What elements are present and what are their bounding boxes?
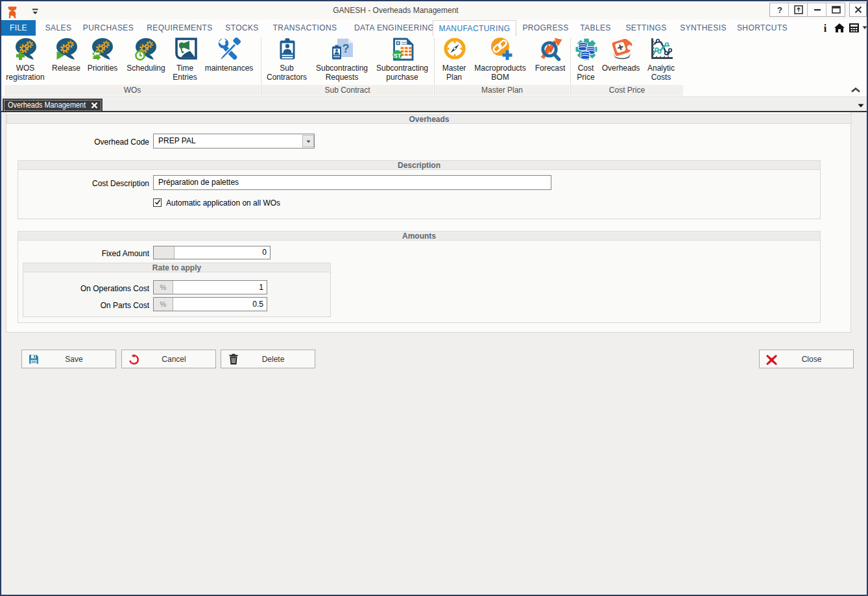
- svg-text:?: ?: [343, 42, 350, 55]
- svg-text:i: i: [824, 23, 827, 33]
- svg-text:ST: ST: [393, 52, 401, 59]
- svg-text:?: ?: [777, 5, 782, 14]
